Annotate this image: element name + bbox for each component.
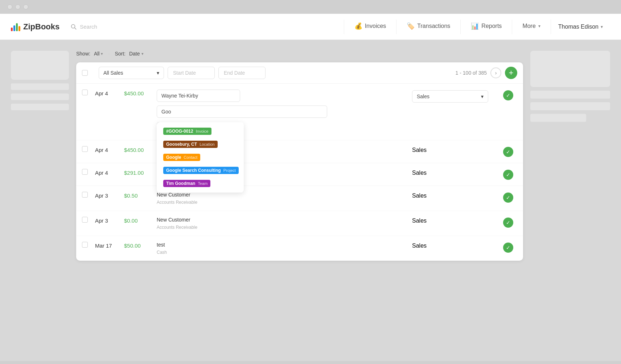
nav-item-invoices-label: Invoices	[365, 23, 386, 29]
suggestion-team-type: Team	[198, 181, 207, 186]
svg-line-1	[75, 28, 77, 29]
row1-category-chevron-icon: ▾	[481, 94, 484, 99]
row4-checkbox[interactable]	[82, 192, 88, 198]
row6-status-check: ✓	[503, 243, 513, 253]
row4-amount: $0.50	[124, 192, 157, 199]
invoice-badge: #GOOG-0012 Invoice	[163, 128, 211, 135]
nav-item-more-label: More	[522, 23, 535, 29]
user-name: Thomas Edison	[558, 24, 599, 30]
row5-detail-main: New Customer	[157, 217, 412, 223]
row1-status-col: ✓	[499, 90, 517, 100]
suggestion-invoice[interactable]: #GOOG-0012 Invoice	[160, 126, 240, 137]
sort-select[interactable]: Date ▾	[129, 51, 144, 57]
window-dot-3[interactable]	[23, 4, 28, 9]
right-block-3	[530, 114, 586, 122]
row2-amount: $450.00	[124, 146, 157, 153]
window-dot-2[interactable]	[15, 4, 20, 9]
add-transaction-button[interactable]: +	[505, 67, 517, 79]
row6-detail-main: test	[157, 242, 412, 248]
window-dot-1[interactable]	[7, 4, 12, 9]
transaction-row-3: Apr 4 $291.00 Sales ✓	[76, 163, 523, 186]
search-icon	[70, 24, 77, 30]
row1-category-select[interactable]: Sales ▾	[412, 90, 488, 103]
row1-search-container: #GOOG-0012 Invoice Goosebury, CT Locatio…	[157, 106, 327, 118]
suggestion-team-name: Tim Goodman	[166, 181, 195, 186]
row1-checkbox-col	[82, 90, 95, 95]
suggestion-team[interactable]: Tim Goodman Team	[160, 178, 240, 189]
transaction-row-4: Apr 3 $0.50 New Customer Accounts Receiv…	[76, 186, 523, 211]
start-date-input[interactable]: Start Date	[168, 67, 215, 79]
suggestion-project[interactable]: Google Search Consulting Project	[160, 165, 240, 176]
logo[interactable]: ZipBooks	[11, 22, 59, 32]
sidebar-block-2	[11, 94, 69, 100]
sidebar-block-3	[11, 104, 69, 110]
row6-category: Sales	[412, 242, 499, 249]
user-menu[interactable]: Thomas Edison ▾	[551, 24, 610, 30]
sort-chevron-icon: ▾	[141, 51, 144, 56]
suggestion-invoice-type: Invoice	[196, 129, 209, 133]
row1-checkbox[interactable]	[82, 90, 88, 95]
header-checkbox-col	[82, 70, 95, 76]
title-bar	[0, 0, 621, 14]
suggestion-contact[interactable]: Google Contact	[160, 152, 240, 163]
nav-item-transactions[interactable]: 🏷️ Transactions	[396, 14, 460, 40]
row6-category-value: Sales	[412, 243, 427, 249]
row1-detail-input[interactable]	[157, 90, 240, 102]
suggestion-invoice-name: #GOOG-0012	[166, 129, 193, 134]
sidebar-block-1	[11, 83, 69, 90]
row5-checkbox[interactable]	[82, 217, 88, 223]
row1-search-input[interactable]	[157, 106, 327, 118]
right-block-2	[530, 102, 610, 110]
show-select[interactable]: All ▾	[94, 51, 103, 57]
row4-checkbox-col	[82, 192, 95, 198]
row4-date: Apr 3	[95, 192, 124, 199]
filter-separator: ·	[108, 51, 110, 57]
reports-icon: 📊	[471, 22, 479, 30]
row1-amount: $450.00	[124, 90, 157, 96]
left-sidebar	[11, 51, 69, 350]
nav-item-invoices[interactable]: 💰 Invoices	[344, 14, 396, 40]
row6-checkbox-col	[82, 242, 95, 248]
row6-details: test Cash	[157, 242, 412, 255]
row4-details: New Customer Accounts Receivable	[157, 192, 412, 205]
all-sales-chevron-icon: ▾	[157, 70, 159, 76]
sort-label: Sort:	[115, 51, 126, 57]
suggestion-location[interactable]: Goosebury, CT Location	[160, 139, 240, 150]
row1-date: Apr 4	[95, 90, 124, 96]
row5-detail-sub: Accounts Receivable	[157, 225, 412, 230]
row6-date: Mar 17	[95, 242, 124, 249]
nav-item-reports-label: Reports	[481, 23, 502, 29]
suggestion-location-name: Goosebury, CT	[166, 142, 197, 147]
row5-checkbox-col	[82, 217, 95, 223]
row2-category: Sales	[412, 146, 499, 153]
row4-status-check: ✓	[503, 193, 513, 203]
show-value: All	[94, 51, 100, 57]
row1-details: #GOOG-0012 Invoice Goosebury, CT Locatio…	[157, 90, 412, 134]
select-all-checkbox[interactable]	[82, 70, 88, 76]
suggestion-project-type: Project	[223, 168, 236, 173]
sort-value: Date	[129, 51, 140, 57]
right-block-main	[530, 51, 610, 87]
all-sales-dropdown[interactable]: All Sales ▾	[99, 67, 164, 79]
row3-category-value: Sales	[412, 170, 427, 176]
all-sales-label: All Sales	[103, 70, 123, 76]
row2-checkbox[interactable]	[82, 146, 88, 152]
row1-category-col: Sales ▾	[412, 90, 499, 103]
row4-status-col: ✓	[499, 192, 517, 203]
end-date-input[interactable]: End Date	[218, 67, 266, 79]
filter-bar: Show: All ▾ · Sort: Date ▾	[76, 51, 523, 57]
transaction-row-6: Mar 17 $50.00 test Cash Sales ✓	[76, 236, 523, 261]
next-page-button[interactable]: ›	[490, 67, 501, 78]
nav-item-more[interactable]: More ▾	[512, 14, 550, 40]
row2-date: Apr 4	[95, 146, 124, 153]
row2-category-value: Sales	[412, 147, 427, 153]
row3-checkbox-col	[82, 169, 95, 175]
row3-status-col: ✓	[499, 169, 517, 180]
search-area[interactable]: Search	[70, 24, 344, 30]
row3-checkbox[interactable]	[82, 169, 88, 175]
transactions-icon: 🏷️	[407, 22, 415, 30]
row6-checkbox[interactable]	[82, 242, 88, 248]
transaction-row-2: Apr 4 $450.00 Sales ✓	[76, 140, 523, 163]
nav-item-reports[interactable]: 📊 Reports	[461, 14, 512, 40]
row2-status-col: ✓	[499, 146, 517, 157]
